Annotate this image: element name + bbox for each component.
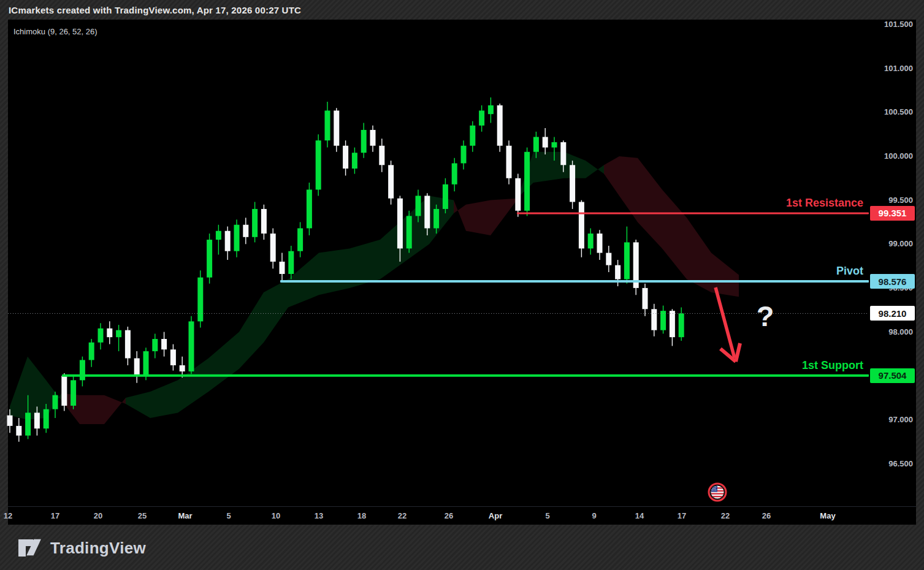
candle-down [579,202,584,248]
candle-up [98,329,104,343]
candle-down [161,339,167,349]
y-axis-label: 100.000 [868,151,913,161]
x-axis-label: 17 [678,510,686,522]
candle-down [570,165,575,202]
candle-up [189,321,194,371]
support-label[interactable]: 1st Support [802,359,863,372]
ichimoku-cloud-bearish [604,156,619,196]
tradingview-logo-text: TradingView [50,539,146,558]
ichimoku-cloud-bullish [208,332,239,392]
price-axis[interactable]: 101.500101.000100.500100.00099.50099.000… [870,20,915,506]
projection-arrow-down[interactable] [716,287,740,362]
candle-up [152,339,158,351]
ichimoku-cloud-bearish [619,156,638,222]
candle-up [352,153,357,169]
x-axis-label: 13 [315,510,323,522]
candle-down [370,130,376,146]
candle-down [125,330,131,359]
candle-up [479,110,484,125]
candle-up [433,209,439,229]
candle-down [424,196,430,228]
candle-up [89,343,94,360]
candle-down [270,234,276,262]
pivot-label[interactable]: Pivot [836,265,863,278]
x-axis-label: 5 [226,510,231,522]
candle-down [170,349,176,365]
resistance-label[interactable]: 1st Resistance [786,197,863,210]
candle-up [325,110,330,140]
resistance-line[interactable] [517,212,869,214]
ichimoku-cloud-bullish [150,380,178,418]
x-axis-label: 26 [445,510,453,522]
candle-down [543,137,548,147]
candle-up [552,142,557,148]
candle-up [470,126,475,146]
candle-down [506,146,512,178]
y-axis-label: 101.500 [868,20,913,29]
ichimoku-cloud-bullish [429,196,454,244]
candle-down [379,146,384,165]
ichimoku-cloud-bullish [319,248,349,295]
candle-down [261,209,267,234]
candle-down [7,416,13,426]
candle-down [388,165,394,198]
x-axis-label: 25 [138,510,147,522]
tradingview-watermark[interactable]: TradingView [17,536,146,560]
x-axis-label: 20 [94,510,102,522]
candle-up [407,216,412,248]
candle-up [143,351,149,376]
y-axis-label: 98.000 [868,327,913,337]
ichimoku-cloud-bullish [126,392,150,418]
tradingview-chart-window: ICmarkets created with TradingView.com, … [0,0,924,570]
candle-down [560,142,566,165]
question-mark-annotation[interactable]: ? [752,299,779,333]
tradingview-logo-icon [17,536,43,560]
price-box-support[interactable]: 97.504 [870,368,915,383]
candle-up [588,234,594,248]
x-axis-label: 14 [635,510,644,522]
pivot-line[interactable] [280,280,869,283]
price-box-pivot[interactable]: 98.576 [870,274,915,289]
candle-up [53,395,58,409]
candle-up [524,152,530,211]
candle-up [252,209,258,237]
ichimoku-cloud-bearish [662,189,687,279]
candle-up [288,251,294,274]
candle-up [452,163,457,184]
candle-down [615,265,620,279]
time-axis[interactable]: 12172025Mar51013182226Apr5914172226May [0,510,871,522]
us-flag-event-icon[interactable] [708,482,727,504]
candle-down [107,329,112,337]
y-axis-label: 101.000 [868,64,913,74]
x-axis-label: 17 [51,510,59,522]
x-axis-label: 10 [272,510,280,522]
candle-up [624,242,630,279]
x-axis-label: 18 [357,510,366,522]
candle-up [25,412,31,435]
candle-up [207,240,212,278]
x-axis-label: 12 [4,510,12,522]
ichimoku-cloud-bullish [533,152,564,183]
ichimoku-cloud-bearish [454,200,466,231]
candle-down [343,146,348,169]
candle-down [497,105,503,146]
candle-down [34,412,40,428]
candle-up [197,278,203,322]
x-axis-label: Apr [489,510,502,522]
support-line[interactable] [62,374,869,377]
price-box-last[interactable]: 98.210 [870,306,915,321]
candle-down [61,376,67,406]
price-box-resistance[interactable]: 99.351 [870,206,915,221]
candle-down [16,426,21,436]
y-axis-label: 99.500 [868,196,913,205]
x-axis-label: 5 [545,510,549,522]
x-axis-label: 22 [721,510,730,522]
candle-down [180,365,185,371]
x-axis-label: May [820,510,835,522]
candle-down [334,110,339,145]
candle-up [216,231,221,240]
candle-up [316,140,321,189]
candle-up [116,330,121,337]
chart-canvas[interactable] [0,0,924,570]
candle-down [670,311,675,337]
